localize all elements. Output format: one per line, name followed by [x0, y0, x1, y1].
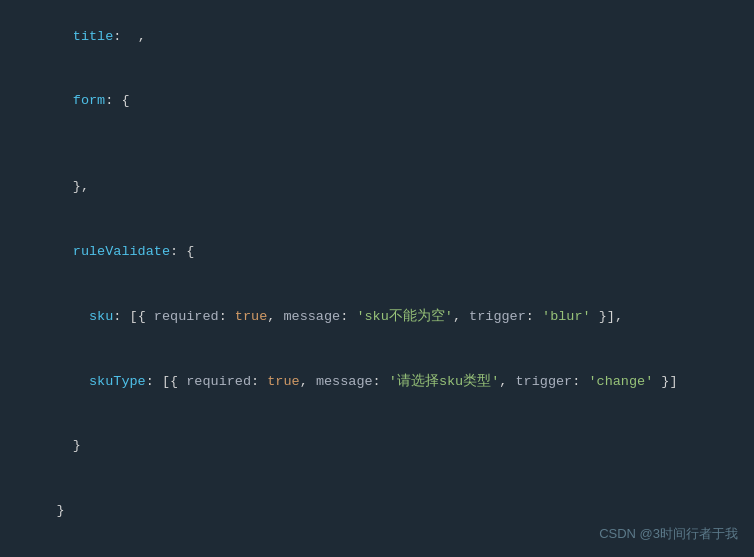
watermark: CSDN @3时间行者于我	[599, 524, 738, 545]
code-line: ruleValidate: {	[0, 219, 754, 284]
code-editor: title: , form: { }, ruleValidate: { sku:…	[0, 0, 754, 557]
code-line: sku: [{ required: true, message: 'sku不能为…	[0, 284, 754, 349]
code-line	[0, 134, 754, 155]
code-line: },	[0, 155, 754, 220]
code-line: skuType: [{ required: true, message: '请选…	[0, 349, 754, 414]
code-line: }	[0, 414, 754, 479]
code-line: title: ,	[0, 4, 754, 69]
code-line: form: {	[0, 69, 754, 134]
code-line: },	[0, 543, 754, 557]
